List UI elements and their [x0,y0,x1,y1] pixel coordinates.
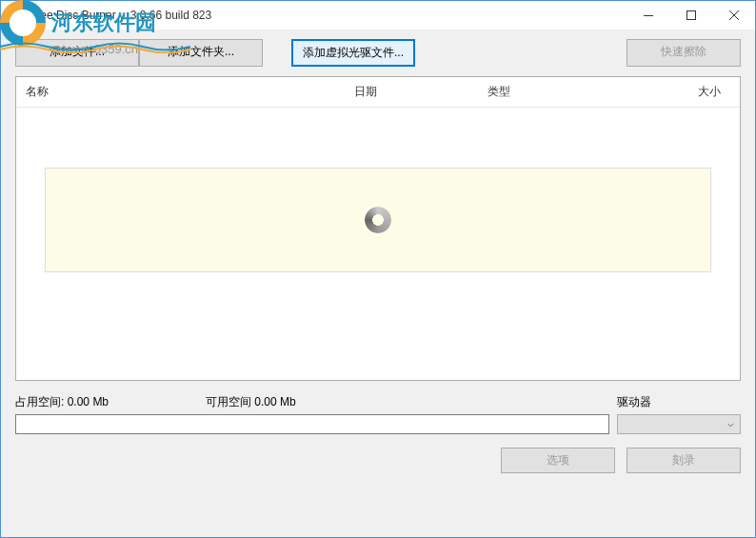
free-space-label: 可用空间 [206,395,251,408]
loading-overlay [45,168,711,272]
free-space: 可用空间 0.00 Mb [206,392,617,412]
list-header: 名称 日期 类型 大小 [16,77,740,108]
quick-erase-button[interactable]: 快速擦除 [627,39,741,67]
add-file-button[interactable]: 添加文件... [15,39,139,67]
bottom-buttons: 选项 刻录 [15,448,741,473]
svg-rect-1 [686,11,695,20]
spinner-icon [365,207,391,233]
free-space-value: 0.00 Mb [254,395,295,408]
column-name[interactable]: 名称 [16,82,345,102]
app-icon [9,8,24,23]
used-space-label: 占用空间: [15,395,64,408]
drive-selector[interactable] [617,414,741,434]
maximize-button[interactable] [669,1,712,30]
minimize-button[interactable] [627,1,669,30]
content-area: 添加文件... 添加文件夹... 添加虚拟光驱文件... 快速擦除 名称 日期 … [1,30,755,537]
used-space: 占用空间: 0.00 Mb [15,392,206,412]
used-space-value: 0.00 Mb [68,395,109,408]
progress-row [15,414,741,434]
file-list: 名称 日期 类型 大小 [15,76,741,381]
add-folder-button[interactable]: 添加文件夹... [139,39,263,67]
add-iso-button[interactable]: 添加虚拟光驱文件... [291,39,415,67]
svg-rect-0 [644,15,653,16]
titlebar: Free Disc Burner v. 3.0.66 build 823 [1,1,755,30]
space-progress-bar [15,414,609,434]
column-type[interactable]: 类型 [478,82,611,102]
close-button[interactable] [712,1,755,30]
minimize-icon [644,15,653,16]
window-title: Free Disc Burner v. 3.0.66 build 823 [30,9,211,22]
column-date[interactable]: 日期 [345,82,478,102]
maximize-icon [686,10,696,20]
window-controls [627,1,755,30]
drive-label: 驱动器 [617,392,741,412]
close-icon [729,10,739,20]
options-button[interactable]: 选项 [501,448,615,473]
toolbar: 添加文件... 添加文件夹... 添加虚拟光驱文件... 快速擦除 [15,39,741,67]
burn-button[interactable]: 刻录 [627,448,741,473]
column-size[interactable]: 大小 [611,82,740,102]
status-row: 占用空间: 0.00 Mb 可用空间 0.00 Mb 驱动器 [15,392,741,412]
